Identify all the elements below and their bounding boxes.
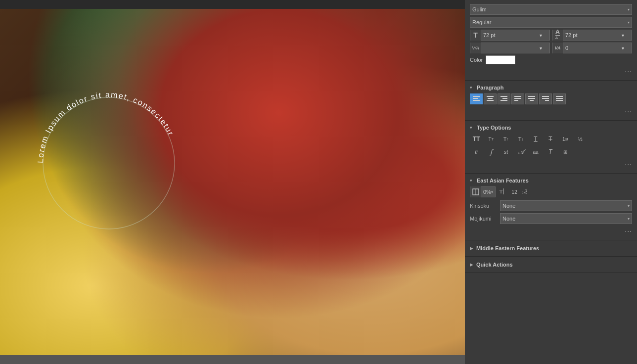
align-justify-left-icon [514,96,521,102]
kinsoku-label: Kinsoku [470,203,497,209]
all-caps-btn[interactable]: TT [470,134,483,144]
svg-rect-18 [542,98,549,99]
font-family-dropdown[interactable]: Gulim ▾ [470,4,632,15]
svg-rect-9 [502,98,507,99]
leading-dropdown-arrow[interactable]: ▾ [622,33,632,38]
middle-eastern-chevron: ▶ [470,246,473,251]
east-asian-percent-group: 0% ▾ [470,186,496,197]
align-right-icon [500,96,507,102]
tate-chu-yoko-btn[interactable]: T [499,187,507,197]
align-center-icon [487,96,494,102]
svg-rect-8 [500,96,507,97]
align-left-btn[interactable] [470,93,483,104]
align-justify-right-icon [542,96,549,102]
east-asian-header[interactable]: ▾ East Asian Features [470,178,632,183]
align-justify-right-btn[interactable] [539,93,552,104]
kinsoku-row: Kinsoku None ▾ [470,200,632,211]
type-options-row1: TT TT T↑ T↓ T T 1st ½ [470,134,632,144]
svg-rect-10 [500,100,507,101]
stylistic-btn[interactable]: st [500,146,512,157]
font-style-dropdown[interactable]: Regular ▾ [470,17,632,28]
fraction-btn[interactable]: ½ [574,134,587,144]
strikethrough-btn[interactable]: T [544,134,557,144]
right-panel: Gulim ▾ Regular ▾ T ▾ A [465,0,637,364]
mojikumi-value: None [502,216,515,222]
font-family-row: Gulim ▾ [470,4,632,15]
kinsoku-dropdown[interactable]: None ▾ [500,200,632,211]
superscript-btn[interactable]: T↑ [500,134,512,144]
svg-rect-6 [488,98,493,99]
quick-actions-section[interactable]: ▶ Quick Actions [465,257,637,273]
leading-input[interactable] [563,32,622,38]
svg-rect-11 [514,96,521,97]
align-justify-all-btn[interactable] [553,93,566,104]
mojikumi-row: Mojikumi None ▾ [470,213,632,224]
leading-group: A A ▾ [552,30,632,41]
font-style-arrow: ▾ [628,20,630,25]
align-justify-all-icon [556,96,563,102]
font-size-dropdown-arrow[interactable]: ▾ [540,33,549,38]
east-asian-percent-dropdown[interactable]: 0% ▾ [481,187,495,197]
titling-btn[interactable]: 𝒜 [514,146,527,157]
tracking-input[interactable] [563,45,622,51]
glyph-btn[interactable]: ⊞ [559,146,572,157]
mojikumi-dropdown[interactable]: None ▾ [500,213,632,224]
svg-rect-7 [487,100,494,101]
align-justify-center-btn[interactable] [525,93,538,104]
svg-rect-22 [556,100,563,101]
middle-eastern-section[interactable]: ▶ Middle Eastern Features [465,240,637,257]
east-asian-icon-buttons: T 12 Aa ↕ [499,187,529,197]
paragraph-more-dots[interactable]: ··· [625,107,632,115]
paragraph-header[interactable]: ▾ Paragraph [470,85,632,91]
east-asian-more-btn: ··· [470,226,632,236]
tracking-dropdown-arrow[interactable]: ▾ [622,46,632,51]
tsume-icon-svg [472,188,479,195]
kerning-dropdown-arrow[interactable]: ▾ [540,46,549,51]
font-size-group: T ▾ [470,30,550,41]
svg-rect-13 [514,100,518,101]
kerning-icon: V/A [470,43,481,53]
subscript-btn[interactable]: T↓ [514,134,527,144]
kinsoku-value: None [502,203,515,209]
kinsoku-arrow: ▾ [628,204,630,208]
svg-text:T: T [500,189,502,194]
align-center-btn[interactable] [484,93,497,104]
discretionary-btn[interactable]: T [544,146,557,157]
font-size-icon: T [470,30,481,41]
paragraph-title: Paragraph [477,85,503,91]
color-swatch[interactable] [486,55,515,64]
number-spacing-btn[interactable]: 12 [511,189,517,195]
font-style-value: Regular [472,19,492,25]
align-justify-left-btn[interactable] [511,93,524,104]
svg-rect-4 [473,100,480,101]
east-asian-title: East Asian Features [477,178,529,183]
east-asian-more-dots[interactable]: ··· [625,227,632,235]
ligatures-btn[interactable]: fi [470,146,483,157]
paragraph-more-btn: ··· [470,106,632,116]
vertical-text-btn[interactable]: Aa ↕ [521,187,529,196]
font-size-input[interactable] [481,32,540,38]
svg-text:↕: ↕ [522,190,524,195]
small-caps-btn[interactable]: TT [485,134,498,144]
svg-rect-19 [545,100,549,101]
align-right-btn[interactable] [498,93,510,104]
paragraph-section: ▾ Paragraph [465,81,637,121]
type-options-title: Type Options [477,125,511,131]
tracking-icon: VA [552,43,563,53]
underline-btn[interactable]: T [529,134,542,144]
canvas-area: Lorem Ipsum dolor sit amet, consectetur [0,0,465,364]
type-options-more-dots[interactable]: ··· [625,160,632,168]
contextual-btn[interactable]: aa [529,146,542,157]
font-family-section: Gulim ▾ Regular ▾ T ▾ A [465,0,637,81]
leading-icon: A A [552,30,563,41]
character-more-dots[interactable]: ··· [625,67,632,75]
character-more-btn: ··· [470,66,632,76]
align-justify-center-icon [528,96,535,102]
ordinal-btn[interactable]: 1st [559,134,572,144]
vertical-icon-svg: Aa ↕ [521,187,529,195]
quick-actions-title: Quick Actions [476,262,513,268]
type-options-header[interactable]: ▾ Type Options [470,125,632,131]
mojikumi-arrow: ▾ [628,217,630,221]
kerning-input[interactable] [481,45,540,51]
swash-btn[interactable]: ʃ [485,146,498,157]
